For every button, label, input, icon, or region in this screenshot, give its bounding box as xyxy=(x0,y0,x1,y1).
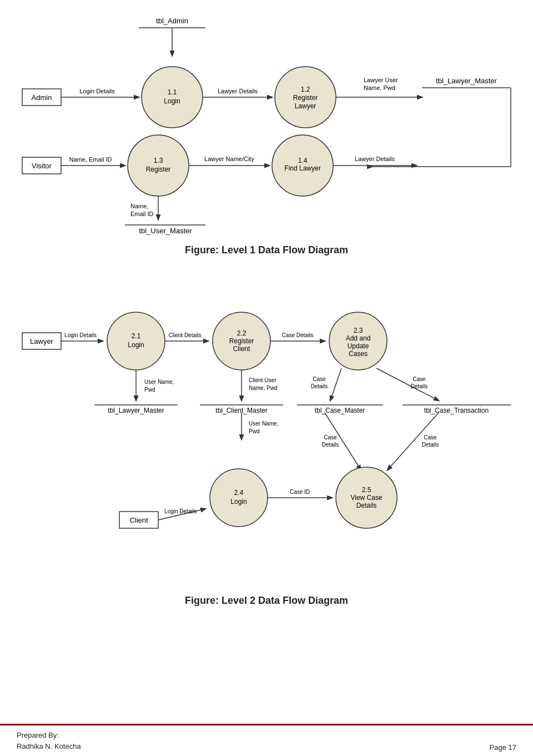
svg-text:1.1: 1.1 xyxy=(168,88,177,96)
svg-text:Client: Client xyxy=(233,345,250,353)
svg-text:View Case: View Case xyxy=(350,494,382,502)
svg-text:Case: Case xyxy=(424,434,437,440)
svg-text:Register: Register xyxy=(146,166,171,173)
svg-text:Register: Register xyxy=(229,337,254,345)
svg-text:Cases: Cases xyxy=(349,350,368,358)
svg-text:Add and: Add and xyxy=(346,334,371,342)
svg-text:Case ID: Case ID xyxy=(290,489,310,495)
svg-text:2.4: 2.4 xyxy=(234,489,244,497)
svg-text:Email ID: Email ID xyxy=(130,211,154,217)
svg-text:Details: Details xyxy=(422,442,439,448)
svg-text:Login Details: Login Details xyxy=(79,88,115,94)
svg-text:2.5: 2.5 xyxy=(362,486,371,494)
svg-text:Lawyer: Lawyer xyxy=(295,102,316,110)
svg-text:Client: Client xyxy=(129,516,148,524)
svg-text:Update: Update xyxy=(348,342,369,350)
level1-dfd: tbl_Admin Admin Login Details 1.1 Login … xyxy=(17,11,516,256)
svg-text:tbl_User_Master: tbl_User_Master xyxy=(139,227,192,235)
svg-text:Details: Details xyxy=(311,383,328,389)
svg-line-74 xyxy=(330,368,341,400)
svg-text:Register: Register xyxy=(293,94,318,102)
svg-text:Login: Login xyxy=(128,341,144,349)
svg-text:Details: Details xyxy=(356,502,377,509)
figure1-title: Figure: Level 1 Data Flow Diagram xyxy=(17,244,516,256)
svg-text:2.3: 2.3 xyxy=(354,327,363,334)
svg-text:Case: Case xyxy=(324,434,337,440)
svg-text:tbl_Lawyer_Master: tbl_Lawyer_Master xyxy=(436,77,497,85)
svg-text:Lawyer Details: Lawyer Details xyxy=(218,88,258,94)
svg-text:Lawyer: Lawyer xyxy=(30,337,54,346)
svg-text:Client User: Client User xyxy=(249,377,276,383)
svg-text:tbl_Lawyer_Master: tbl_Lawyer_Master xyxy=(108,407,164,414)
svg-text:1.3: 1.3 xyxy=(154,157,163,164)
svg-line-79 xyxy=(376,368,439,400)
svg-text:Login: Login xyxy=(230,498,247,505)
svg-text:Details: Details xyxy=(411,383,428,389)
svg-text:User Name,: User Name, xyxy=(144,379,174,385)
svg-text:User Name,: User Name, xyxy=(249,420,278,427)
svg-text:Name, Email ID: Name, Email ID xyxy=(69,156,112,163)
page-number: Page 17 xyxy=(490,743,516,752)
svg-text:Client Details: Client Details xyxy=(169,332,202,338)
page-footer: Prepared By: Radhika N. Kotecha Page 17 xyxy=(0,724,533,756)
svg-text:Pwd: Pwd xyxy=(249,428,259,434)
svg-text:2.1: 2.1 xyxy=(132,332,141,340)
svg-text:Login: Login xyxy=(164,97,180,105)
svg-text:1.2: 1.2 xyxy=(301,86,310,93)
svg-text:tbl_Admin: tbl_Admin xyxy=(156,17,188,25)
author-name: Radhika N. Kotecha xyxy=(17,741,81,752)
svg-text:Lawyer User: Lawyer User xyxy=(364,77,398,83)
svg-text:tbl_Case_Transaction: tbl_Case_Transaction xyxy=(424,407,489,414)
svg-text:Case: Case xyxy=(313,376,326,382)
svg-text:Pwd: Pwd xyxy=(144,387,155,393)
svg-text:Name, Pwd: Name, Pwd xyxy=(364,84,395,91)
svg-text:tbl_Case_Master: tbl_Case_Master xyxy=(315,407,365,414)
svg-text:Visitor: Visitor xyxy=(32,162,52,170)
svg-text:Admin: Admin xyxy=(32,93,52,102)
svg-text:1.4: 1.4 xyxy=(298,157,308,164)
svg-text:Details: Details xyxy=(322,442,339,448)
level2-dfd: Lawyer Login Details 2.1 Login Client De… xyxy=(17,267,516,607)
svg-text:Case: Case xyxy=(413,376,426,382)
figure2-title: Figure: Level 2 Data Flow Diagram xyxy=(17,595,516,607)
footer-prepared-by: Prepared By: Radhika N. Kotecha xyxy=(17,730,81,752)
svg-text:Login Details: Login Details xyxy=(164,508,197,514)
svg-text:Login Details: Login Details xyxy=(64,332,97,338)
svg-text:Lawyer Name/City: Lawyer Name/City xyxy=(204,156,254,162)
svg-text:Lawyer Details: Lawyer Details xyxy=(355,156,395,162)
svg-text:Find Lawyer: Find Lawyer xyxy=(284,164,320,172)
svg-text:Name, Pwd: Name, Pwd xyxy=(249,385,278,391)
svg-text:2.2: 2.2 xyxy=(237,329,247,337)
svg-text:Case Details: Case Details xyxy=(282,332,314,338)
svg-text:Name,: Name, xyxy=(130,203,148,209)
prepared-by-label: Prepared By: xyxy=(17,730,81,741)
